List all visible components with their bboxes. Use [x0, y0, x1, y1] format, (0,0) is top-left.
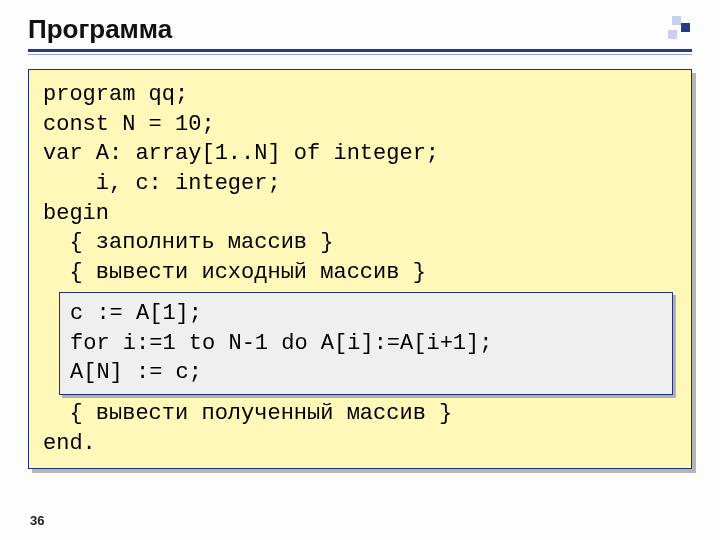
code-line: for i:=1 to N-1 do A[i]:=A[i+1];: [70, 329, 662, 359]
code-line: { заполнить массив }: [43, 228, 677, 258]
rule-thin: [28, 54, 692, 55]
code-line: i, c: integer;: [43, 169, 677, 199]
page-title: Программа: [28, 14, 692, 45]
slide: Программа program qq; const N = 10; var …: [0, 0, 720, 540]
code-line: A[N] := c;: [70, 358, 662, 388]
deco-square: [672, 16, 681, 25]
page-number: 36: [30, 513, 44, 528]
code-line: program qq;: [43, 80, 677, 110]
code-line: begin: [43, 199, 677, 229]
highlighted-code-block: c := A[1]; for i:=1 to N-1 do A[i]:=A[i+…: [59, 292, 673, 395]
deco-square: [681, 23, 690, 32]
deco-square: [668, 30, 677, 39]
code-line: { вывести исходный массив }: [43, 258, 677, 288]
code-block: program qq; const N = 10; var A: array[1…: [28, 69, 692, 469]
code-line: var A: array[1..N] of integer;: [43, 139, 677, 169]
rule-thick: [28, 49, 692, 52]
code-line: { вывести полученный массив }: [43, 399, 677, 429]
title-underline: [28, 49, 692, 55]
code-line: c := A[1];: [70, 299, 662, 329]
corner-decoration: [658, 16, 692, 44]
code-line: end.: [43, 429, 677, 459]
code-line: const N = 10;: [43, 110, 677, 140]
